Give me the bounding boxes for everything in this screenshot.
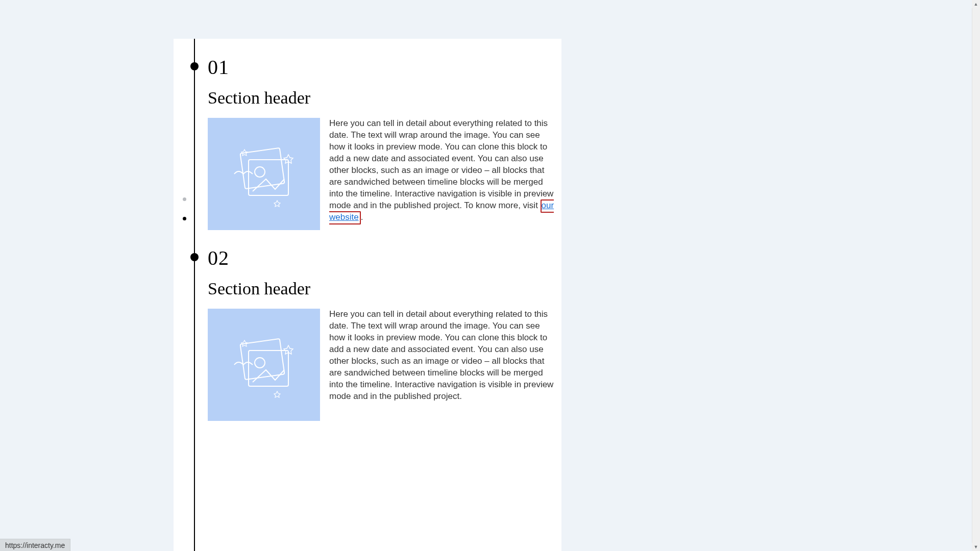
- image-placeholder: [208, 118, 320, 230]
- section-body: Here you can tell in detail about everyt…: [329, 118, 555, 223]
- section-header: Section header: [208, 279, 555, 298]
- timeline-line: [194, 39, 195, 551]
- placeholder-image-icon: [228, 329, 300, 400]
- body-text-post: .: [361, 212, 363, 222]
- placeholder-image-icon: [228, 138, 300, 210]
- section-header: Section header: [208, 88, 555, 108]
- svg-point-5: [255, 358, 265, 368]
- section-number: 02: [208, 246, 555, 270]
- body-text-pre: Here you can tell in detail about everyt…: [329, 309, 553, 401]
- body-text-pre: Here you can tell in detail about everyt…: [329, 118, 553, 210]
- scrollbar-track[interactable]: [972, 0, 980, 551]
- svg-point-2: [255, 167, 265, 177]
- scroll-up-icon[interactable]: ▲: [972, 0, 980, 8]
- image-placeholder: [208, 309, 320, 421]
- timeline-dot-02: [190, 253, 199, 261]
- timeline-dot-01: [190, 62, 199, 70]
- section-number: 01: [208, 55, 555, 79]
- section-01: 01 Section header Here you can tell in d…: [208, 55, 555, 230]
- nav-dot-2[interactable]: [183, 217, 186, 220]
- section-body: Here you can tell in detail about everyt…: [329, 309, 555, 403]
- section-02: 02 Section header Here you can tell in d…: [208, 246, 555, 421]
- nav-dot-1[interactable]: [183, 197, 186, 201]
- scroll-down-icon[interactable]: ▼: [972, 543, 980, 551]
- status-bar-url: https://interacty.me: [0, 539, 70, 551]
